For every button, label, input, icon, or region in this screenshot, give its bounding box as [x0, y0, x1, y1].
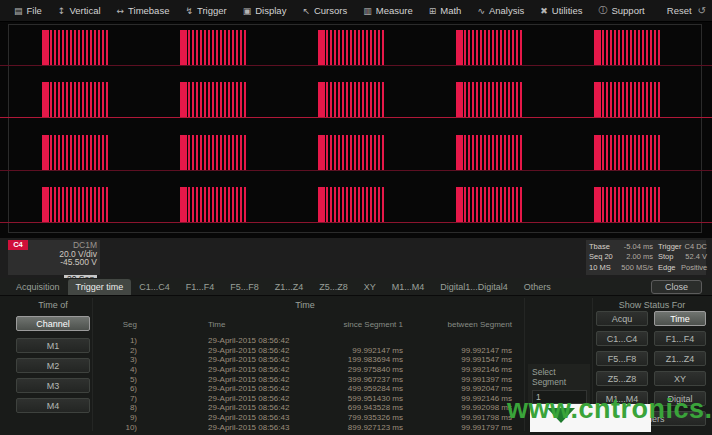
reset-button[interactable]: Reset [667, 5, 692, 16]
segment-burst [180, 30, 248, 65]
source-button-m2[interactable]: M2 [16, 358, 90, 373]
segment-burst [318, 135, 386, 170]
tab-trigger-time[interactable]: Trigger time [68, 279, 132, 295]
segment-burst [456, 82, 524, 117]
status-button-xy[interactable]: XY [654, 371, 706, 386]
menu-bar: ▤ File ↕ Vertical ↔ Timebase ↯ Trigger ▣… [0, 0, 712, 22]
tab-m1-m4[interactable]: M1...M4 [384, 279, 433, 295]
show-status-for-label: Show Status For [596, 300, 708, 310]
segment-burst [180, 82, 248, 117]
status-tab-bar: Acquisition Trigger time C1...C4 F1...F4… [0, 278, 712, 296]
table-row: 1) 29-April-2015 08:56:42 [95, 336, 512, 346]
seg-cell: 9) [95, 413, 137, 422]
since-cell: 199.983694 ms [335, 355, 403, 364]
menu-item-file[interactable]: ▤ File [6, 3, 50, 18]
menu-item-display[interactable]: ▣ Display [235, 3, 295, 18]
table-body: 1) 29-April-2015 08:56:42 2) 29-April-20… [95, 336, 512, 432]
since-cell: 599.951430 ms [335, 394, 403, 403]
tab-z5-z8[interactable]: Z5...Z8 [311, 279, 356, 295]
tab-f5-f8[interactable]: F5...F8 [222, 279, 267, 295]
status-button-f5-f8[interactable]: F5...F8 [596, 351, 648, 366]
status-button-z1-z4[interactable]: Z1...Z4 [654, 351, 706, 366]
ruler-icon: ▥ [363, 6, 372, 16]
tools-icon: ✖ [540, 6, 548, 16]
status-info-bar: C4 DC1M 20.0 V/div -45.500 V 20 Seg Tbas… [0, 238, 712, 278]
timebase-label: Tbase [589, 242, 616, 252]
table-row: 3) 29-April-2015 08:56:42 199.983694 ms … [95, 355, 512, 365]
segment-burst [594, 30, 662, 65]
status-button-c1-c4[interactable]: C1...C4 [596, 331, 648, 346]
undo-icon[interactable]: ↺ [698, 5, 706, 16]
seq-label: Seq 20 [589, 252, 616, 262]
trace-baseline [0, 170, 712, 171]
tab-c1-c4[interactable]: C1...C4 [131, 279, 178, 295]
time-cell: 29-April-2015 08:56:42 [137, 403, 335, 412]
status-button-z5-z8[interactable]: Z5...Z8 [596, 371, 648, 386]
tab-f1-f4[interactable]: F1...F4 [178, 279, 223, 295]
menu-item-label: Analysis [489, 5, 524, 16]
horizontal-arrows-icon: ↔ [117, 6, 125, 16]
segment-burst [180, 135, 248, 170]
menu-item-label: Measure [376, 5, 413, 16]
tab-xy[interactable]: XY [356, 279, 384, 295]
source-button-m1[interactable]: M1 [16, 338, 90, 353]
status-button-f1-f4[interactable]: F1...F4 [654, 331, 706, 346]
waveform-icon: ∿ [477, 6, 485, 16]
trace-baseline [0, 222, 712, 223]
select-segment-label: Select [532, 367, 586, 377]
tab-others[interactable]: Others [516, 279, 559, 295]
trigger-source: C4 DC [681, 242, 707, 252]
table-row: 5) 29-April-2015 08:56:42 399.967237 ms … [95, 374, 512, 384]
seg-cell: 7) [95, 394, 137, 403]
menu-item-label: Trigger [197, 5, 227, 16]
segment-burst [180, 187, 248, 222]
tab-z1-z4[interactable]: Z1...Z4 [267, 279, 312, 295]
oscilloscope-screen: ▤ File ↕ Vertical ↔ Timebase ↯ Trigger ▣… [0, 0, 712, 435]
trigger-icon: ↯ [185, 6, 193, 16]
status-button-time[interactable]: Time [654, 311, 706, 326]
source-button-m4[interactable]: M4 [16, 398, 90, 413]
since-cell: 99.992147 ms [335, 346, 403, 355]
seg-cell: 2) [95, 346, 137, 355]
source-button-channel[interactable]: Channel [16, 316, 90, 331]
seg-cell: 6) [95, 384, 137, 393]
calculator-icon: ⊞ [429, 6, 437, 16]
menu-item-trigger[interactable]: ↯ Trigger [177, 3, 234, 18]
between-cell: 99.991397 ms [403, 375, 512, 384]
sample-rate: 500 MS/s [616, 263, 653, 273]
time-cell: 29-April-2015 08:56:42 [137, 394, 335, 403]
segment-burst [318, 82, 386, 117]
segment-burst [594, 82, 662, 117]
between-cell: 99.991797 ms [403, 423, 512, 432]
select-segment-label: Segment [532, 377, 586, 387]
channel-descriptor-c4[interactable]: C4 DC1M 20.0 V/div -45.500 V 20 Seg [8, 240, 100, 275]
menu-item-math[interactable]: ⊞ Math [421, 3, 470, 18]
table-row: 4) 29-April-2015 08:56:42 299.975840 ms … [95, 365, 512, 375]
timebase-value: -5.04 ms [616, 242, 653, 252]
status-button-acqu[interactable]: Acqu [596, 311, 648, 326]
divider [92, 298, 93, 431]
segment-burst [42, 135, 110, 170]
menu-item-vertical[interactable]: ↕ Vertical [50, 3, 109, 18]
menu-item-cursors[interactable]: ↖ Cursors [294, 3, 355, 18]
menu-item-support[interactable]: ⓘ Support [590, 2, 652, 19]
table-row: 6) 29-April-2015 08:56:42 499.959284 ms … [95, 384, 512, 394]
source-button-m3[interactable]: M3 [16, 378, 90, 393]
close-button[interactable]: Close [651, 280, 702, 294]
menu-item-utilities[interactable]: ✖ Utilities [532, 3, 590, 18]
seg-cell: 10) [95, 423, 137, 432]
tab-digital1-digital4[interactable]: Digital1...Digital4 [432, 279, 516, 295]
menu-item-analysis[interactable]: ∿ Analysis [469, 3, 532, 18]
menu-item-label: Utilities [552, 5, 583, 16]
since-cell: 699.943528 ms [335, 403, 403, 412]
tab-acquisition[interactable]: Acquisition [8, 279, 68, 295]
menu-item-measure[interactable]: ▥ Measure [355, 3, 420, 18]
segment-time-table: Time Seg Time since Segment 1 between Se… [95, 300, 525, 433]
col-header-seg: Seg [95, 320, 137, 329]
table-header-row: Seg Time since Segment 1 between Segment [95, 320, 512, 329]
timebase-trigger-descriptor[interactable]: Tbase -5.04 ms Trigger C4 DC Seq 20 2.00… [586, 240, 706, 275]
menu-item-timebase[interactable]: ↔ Timebase [109, 3, 178, 18]
time-cell: 29-April-2015 08:56:42 [137, 384, 335, 393]
between-cell: 99.991798 ms [403, 413, 512, 422]
menu-item-label: File [27, 5, 42, 16]
